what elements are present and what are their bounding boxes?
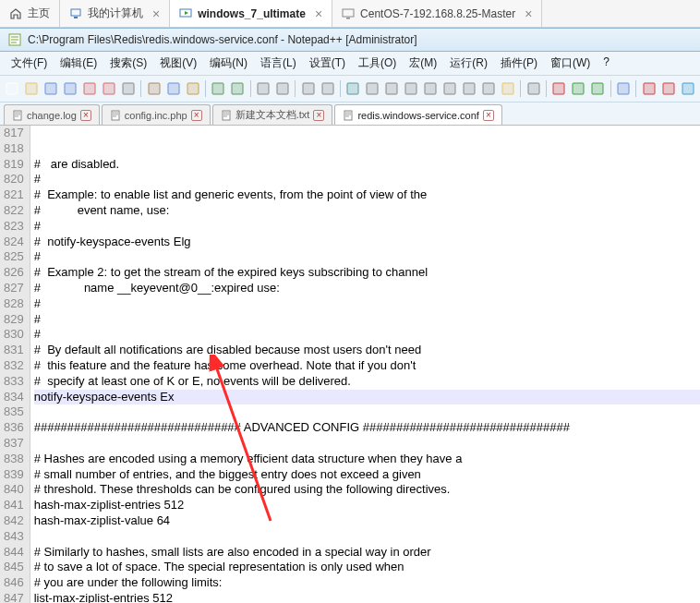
- close-icon[interactable]: ×: [315, 6, 322, 21]
- code-line[interactable]: # are disabled.: [34, 157, 700, 173]
- toolbar-separator: [140, 80, 141, 97]
- code-line[interactable]: #: [34, 296, 700, 312]
- code-line[interactable]: # threshold. These thresholds can be con…: [34, 482, 700, 498]
- code-line[interactable]: # name __keyevent@0__:expired use:: [34, 281, 700, 296]
- toolbar-close-button[interactable]: [81, 78, 99, 99]
- code-line[interactable]: # specify at least one of K or E, no eve…: [34, 374, 700, 390]
- toolbar-play-button[interactable]: [570, 78, 587, 99]
- toolbar-unfold-button[interactable]: [441, 78, 459, 99]
- close-icon[interactable]: ×: [80, 110, 91, 121]
- toolbar-replace-button[interactable]: [274, 78, 292, 99]
- toolbar-all-chars-button[interactable]: [383, 78, 401, 99]
- toolbar-save-button[interactable]: [42, 78, 60, 99]
- code-line[interactable]: [34, 404, 700, 420]
- toolbar-indent-button[interactable]: [403, 78, 420, 99]
- toolbar-doc-map-button[interactable]: [461, 78, 478, 99]
- toolbar-copy-button[interactable]: [164, 78, 182, 99]
- code-line[interactable]: # Example 2: to get the stream of the ex…: [34, 265, 700, 281]
- code-line[interactable]: [34, 529, 700, 545]
- code-line[interactable]: #: [34, 219, 700, 235]
- doc-tab-2[interactable]: 新建文本文档.txt×: [212, 104, 333, 125]
- toolbar-play-many-button[interactable]: [589, 78, 607, 99]
- line-number: 838: [4, 452, 24, 467]
- toolbar-open-button[interactable]: [23, 78, 41, 99]
- menu-0[interactable]: 文件(F): [6, 54, 53, 73]
- code-line[interactable]: # this feature and the feature has some …: [34, 358, 700, 374]
- menu-2[interactable]: 搜索(S): [104, 54, 152, 73]
- menu-5[interactable]: 语言(L): [255, 54, 302, 73]
- code-area[interactable]: # are disabled.## Example: to enable lis…: [30, 126, 700, 603]
- doc-tab-3[interactable]: redis.windows-service.conf×: [334, 104, 501, 125]
- code-line[interactable]: #: [34, 172, 700, 187]
- svg-rect-6: [6, 83, 18, 94]
- code-line[interactable]: # small number of entries, and the bigge…: [34, 467, 700, 483]
- toolbar-save-all-button[interactable]: [62, 78, 79, 99]
- line-number: 832: [4, 358, 24, 374]
- code-line[interactable]: # event name, use:: [34, 203, 700, 219]
- menu-10[interactable]: 插件(P): [495, 54, 543, 73]
- code-line[interactable]: hash-max-ziplist-entries 512: [34, 498, 700, 513]
- toolbar-separator: [205, 80, 206, 97]
- file-icon: [12, 110, 23, 121]
- toolbar-redo-button[interactable]: [229, 78, 247, 99]
- menu-12[interactable]: ?: [597, 54, 615, 73]
- toolbar-paste-button[interactable]: [184, 78, 201, 99]
- toolbar-undo-button[interactable]: [210, 78, 227, 99]
- toolbar-fold-button[interactable]: [422, 78, 440, 99]
- outer-tab-0[interactable]: 主页: [0, 0, 60, 27]
- toolbar-zoom-out-button[interactable]: [319, 78, 336, 99]
- outer-tab-3[interactable]: CentOS-7-192.168.8.25-Master×: [332, 0, 542, 27]
- toolbar-find-button[interactable]: [255, 78, 272, 99]
- toolbar-wrap-button[interactable]: [364, 78, 381, 99]
- outer-tab-2[interactable]: windows_7_ultimate×: [170, 0, 332, 27]
- menu-9[interactable]: 运行(R): [444, 54, 493, 73]
- toolbar-new-button[interactable]: [4, 78, 21, 99]
- menu-11[interactable]: 窗口(W): [545, 54, 596, 73]
- code-line[interactable]: # notify-keyspace-events Elg: [34, 235, 700, 250]
- toolbar-folder-button[interactable]: [499, 78, 516, 99]
- menu-7[interactable]: 工具(O): [353, 54, 402, 73]
- outer-tab-label: windows_7_ultimate: [198, 7, 306, 20]
- toolbar-cut-button[interactable]: [145, 78, 163, 99]
- menu-8[interactable]: 宏(M): [404, 54, 442, 73]
- toolbar-print-button[interactable]: [120, 78, 138, 99]
- code-line[interactable]: hash-max-ziplist-value 64: [34, 513, 700, 529]
- code-line[interactable]: list-max-ziplist-entries 512: [34, 591, 700, 603]
- toolbar-separator: [546, 80, 547, 97]
- code-line[interactable]: # Example: to enable list and generic ev…: [34, 187, 700, 203]
- close-icon[interactable]: ×: [191, 110, 202, 121]
- toolbar-close-all-button[interactable]: [101, 78, 118, 99]
- toolbar-sync-button[interactable]: [344, 78, 362, 99]
- doc-tab-0[interactable]: change.log×: [4, 104, 100, 125]
- toolbar-zoom-in-button[interactable]: [299, 78, 317, 99]
- menu-4[interactable]: 编码(N): [204, 54, 253, 73]
- toolbar-t1-button[interactable]: [640, 78, 658, 99]
- menu-3[interactable]: 视图(V): [154, 54, 202, 73]
- code-line[interactable]: # you are under the following limits:: [34, 575, 700, 591]
- outer-tab-1[interactable]: 我的计算机×: [60, 0, 170, 27]
- code-line[interactable]: # Hashes are encoded using a memory effi…: [34, 452, 700, 467]
- toolbar-func-list-button[interactable]: [479, 78, 497, 99]
- menu-1[interactable]: 编辑(E): [54, 54, 103, 73]
- code-line[interactable]: #: [34, 327, 700, 343]
- close-icon[interactable]: ×: [525, 6, 532, 21]
- close-icon[interactable]: ×: [483, 110, 494, 121]
- close-icon[interactable]: ×: [152, 6, 160, 21]
- code-line[interactable]: notify-keyspace-events Ex: [34, 390, 700, 405]
- code-line[interactable]: #: [34, 312, 700, 328]
- code-line[interactable]: #: [34, 249, 700, 265]
- menu-6[interactable]: 设置(T): [304, 54, 351, 73]
- toolbar-monitor-button[interactable]: [525, 78, 542, 99]
- toolbar-record-button[interactable]: [550, 78, 568, 99]
- code-line[interactable]: # to save a lot of space. The special re…: [34, 560, 700, 575]
- code-line[interactable]: [34, 436, 700, 452]
- toolbar-t2-button[interactable]: [659, 78, 677, 99]
- code-line[interactable]: # By default all notifications are disab…: [34, 343, 700, 358]
- editor[interactable]: 8178188198208218228238248258268278288298…: [0, 126, 700, 603]
- code-line[interactable]: ############################### ADVANCED…: [34, 420, 700, 436]
- doc-tab-1[interactable]: config.inc.php×: [102, 104, 211, 125]
- toolbar-rec-save-button[interactable]: [614, 78, 632, 99]
- code-line[interactable]: # Similarly to hashes, small lists are a…: [34, 545, 700, 561]
- toolbar-t3-button[interactable]: [679, 78, 696, 99]
- close-icon[interactable]: ×: [313, 110, 324, 121]
